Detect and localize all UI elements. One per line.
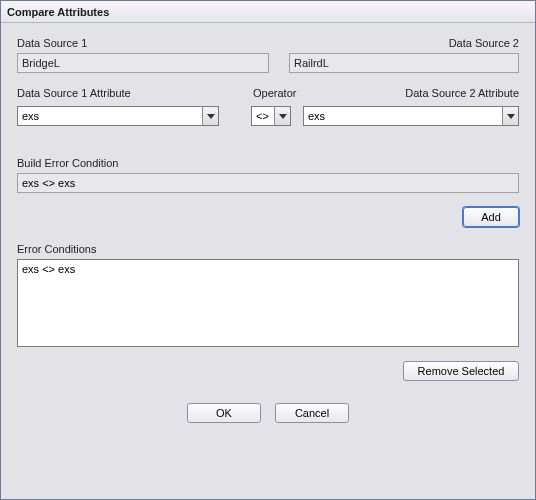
build-error-label: Build Error Condition <box>17 157 519 169</box>
operator-combo[interactable] <box>251 106 291 126</box>
attr1-combo-text[interactable] <box>18 107 202 125</box>
error-conditions-list[interactable]: exs <> exs <box>17 259 519 347</box>
dialog-content: Data Source 1 Data Source 2 Data Source … <box>1 23 535 499</box>
remove-selected-button[interactable]: Remove Selected <box>403 361 519 381</box>
data-source-1-label: Data Source 1 <box>17 37 87 49</box>
chevron-down-icon[interactable] <box>274 107 290 125</box>
attr1-combo[interactable] <box>17 106 219 126</box>
ok-button[interactable]: OK <box>187 403 261 423</box>
data-source-2-field <box>289 53 519 73</box>
attr1-label: Data Source 1 Attribute <box>17 87 131 99</box>
attr2-label: Data Source 2 Attribute <box>405 87 519 99</box>
titlebar: Compare Attributes <box>1 1 535 23</box>
attr2-combo[interactable] <box>303 106 519 126</box>
attr2-combo-text[interactable] <box>304 107 502 125</box>
window-title: Compare Attributes <box>7 6 109 18</box>
operator-combo-text[interactable] <box>252 107 274 125</box>
compare-attributes-dialog: Compare Attributes Data Source 1 Data So… <box>0 0 536 500</box>
operator-label: Operator <box>253 87 296 99</box>
chevron-down-icon[interactable] <box>202 107 218 125</box>
cancel-button[interactable]: Cancel <box>275 403 349 423</box>
data-source-2-label: Data Source 2 <box>449 37 519 49</box>
chevron-down-icon[interactable] <box>502 107 518 125</box>
error-conditions-label: Error Conditions <box>17 243 519 255</box>
data-source-1-field <box>17 53 269 73</box>
build-error-field <box>17 173 519 193</box>
add-button[interactable]: Add <box>463 207 519 227</box>
